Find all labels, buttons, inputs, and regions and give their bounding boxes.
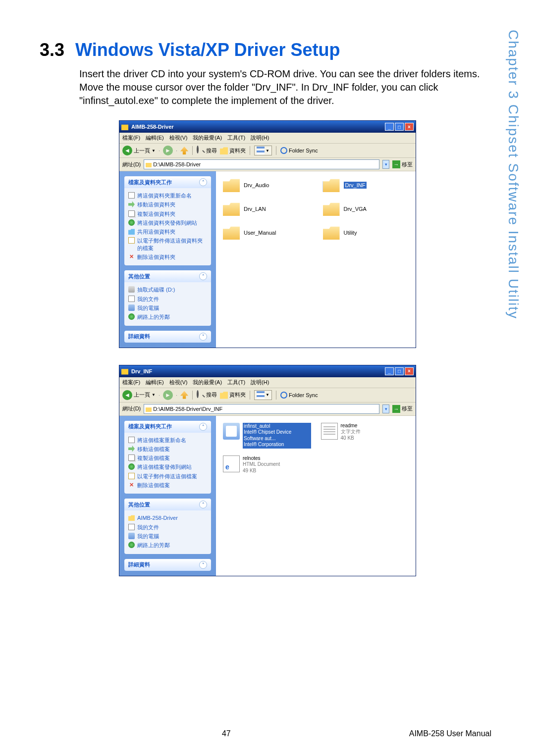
foldersync-button[interactable]: Folder Sync (280, 147, 318, 154)
place-documents[interactable]: 我的文件 (128, 295, 207, 303)
address-dropdown[interactable]: ▾ (382, 404, 389, 413)
task-move[interactable]: 移動這個檔案 (128, 445, 207, 454)
views-button[interactable]: ▼ (254, 390, 272, 400)
back-button[interactable]: ◄上一頁 ▼ (122, 146, 156, 155)
menu-view[interactable]: 檢視(V) (169, 379, 188, 386)
details-panel: 詳細資料˅ (124, 559, 211, 571)
folder-item[interactable]: Drv_INF (323, 178, 409, 192)
close-button[interactable]: × (405, 367, 414, 375)
address-dropdown[interactable]: ▾ (382, 160, 389, 169)
go-button[interactable]: →移至 (392, 160, 413, 168)
task-delete[interactable]: ✕刪除這個檔案 (128, 481, 207, 490)
task-copy[interactable]: 複製這個檔案 (128, 454, 207, 462)
panel-header-tasks[interactable]: 檔案及資料夾工作˄ (124, 176, 211, 188)
menu-view[interactable]: 檢視(V) (169, 134, 188, 142)
tasks-sidepane: 檔案及資料夾工作˄ 將這個檔案重新命名 移動這個檔案 複製這個檔案 將這個檔案發… (119, 416, 216, 576)
folder-icon (223, 226, 240, 240)
menu-tools[interactable]: 工具(T) (227, 134, 245, 142)
explorer-window-drvinf: Drv_INF _ □ × 檔案(F) 編輯(E) 檢視(V) 我的最愛(A) … (119, 365, 416, 576)
expand-icon[interactable]: ˅ (199, 333, 207, 341)
folder-content-pane[interactable]: infinst_autolIntel® Chipset Device Softw… (216, 416, 416, 576)
forward-button[interactable]: ► (163, 146, 173, 155)
folder-item[interactable]: Drv_VGA (323, 202, 409, 216)
expand-icon[interactable]: ˅ (199, 561, 207, 569)
menu-file[interactable]: 檔案(F) (122, 134, 140, 142)
foldersync-button[interactable]: Folder Sync (280, 392, 318, 399)
go-button[interactable]: →移至 (392, 405, 413, 413)
explorer-window-driver: AIMB-258-Driver _ □ × 檔案(F) 編輯(E) 檢視(V) … (119, 120, 416, 348)
menu-file[interactable]: 檔案(F) (122, 379, 140, 386)
search-button[interactable]: 搜尋 (197, 391, 217, 399)
panel-header-details[interactable]: 詳細資料˅ (124, 559, 211, 571)
minimize-button[interactable]: _ (385, 367, 394, 375)
task-publish[interactable]: 將這個資料夾發佈到網站 (128, 218, 207, 227)
folder-content-pane[interactable]: Drv_AudioDrv_INFDrv_LANDrv_VGAUser_Manua… (216, 171, 416, 348)
tasks-sidepane: 檔案及資料夾工作˄ 將這個資料夾重新命名 移動這個資料夾 複製這個資料夾 將這個… (119, 171, 216, 348)
folder-label: Drv_Audio (244, 182, 269, 188)
file-item[interactable]: readme文字文件40 KB (321, 423, 409, 449)
menubar: 檔案(F) 編輯(E) 檢視(V) 我的最愛(A) 工具(T) 說明(H) (119, 377, 416, 388)
menu-help[interactable]: 說明(H) (251, 379, 269, 386)
place-parent[interactable]: AIMB-258-Driver (128, 513, 207, 522)
menu-favorites[interactable]: 我的最愛(A) (193, 379, 222, 386)
up-button[interactable] (180, 147, 188, 154)
close-button[interactable]: × (405, 123, 414, 131)
place-network[interactable]: 網路上的芳鄰 (128, 541, 207, 550)
place-network[interactable]: 網路上的芳鄰 (128, 312, 207, 321)
place-drive[interactable]: 抽取式磁碟 (D:) (128, 285, 207, 294)
views-button[interactable]: ▼ (254, 146, 272, 155)
place-documents[interactable]: 我的文件 (128, 523, 207, 532)
collapse-icon[interactable]: ˄ (199, 272, 207, 280)
task-delete[interactable]: ✕刪除這個資料夾 (128, 252, 207, 261)
task-rename[interactable]: 將這個檔案重新命名 (128, 436, 207, 445)
menu-help[interactable]: 說明(H) (251, 134, 269, 142)
menu-edit[interactable]: 編輯(E) (146, 134, 164, 142)
folder-item[interactable]: Drv_LAN (223, 202, 309, 216)
search-button[interactable]: 搜尋 (197, 147, 217, 154)
collapse-icon[interactable]: ˄ (199, 501, 207, 508)
folders-button[interactable]: 資料夾 (220, 147, 246, 154)
menu-favorites[interactable]: 我的最愛(A) (193, 134, 222, 142)
collapse-icon[interactable]: ˄ (199, 178, 207, 186)
titlebar[interactable]: Drv_INF _ □ × (119, 365, 416, 377)
task-move[interactable]: 移動這個資料夾 (128, 200, 207, 209)
menu-edit[interactable]: 編輯(E) (146, 379, 164, 386)
address-input[interactable] (144, 159, 379, 169)
menu-tools[interactable]: 工具(T) (227, 379, 245, 386)
details-panel: 詳細資料˅ (124, 331, 211, 343)
up-button[interactable] (180, 391, 188, 399)
address-label: 網址(D) (122, 405, 141, 412)
task-email[interactable]: 以電子郵件傳送這個檔案 (128, 472, 207, 481)
collapse-icon[interactable]: ˄ (199, 423, 207, 431)
titlebar[interactable]: AIMB-258-Driver _ □ × (119, 121, 416, 133)
place-computer[interactable]: 我的電腦 (128, 303, 207, 312)
panel-header-tasks[interactable]: 檔案及資料夾工作˄ (124, 421, 211, 433)
maximize-button[interactable]: □ (395, 367, 404, 375)
file-item[interactable]: infinst_autolIntel® Chipset Device Softw… (223, 423, 311, 449)
task-email[interactable]: 以電子郵件傳送這個資料夾的檔案 (128, 236, 207, 252)
forward-button[interactable]: ► (163, 390, 173, 400)
page-number: 47 (44, 729, 409, 738)
section-title: Windows Vista/XP Driver Setup (75, 40, 340, 60)
folder-icon (223, 202, 240, 216)
task-rename[interactable]: 將這個資料夾重新命名 (128, 191, 207, 200)
window-title: AIMB-258-Driver (131, 124, 385, 130)
folders-button[interactable]: 資料夾 (220, 391, 246, 399)
panel-header-details[interactable]: 詳細資料˅ (124, 331, 211, 343)
place-computer[interactable]: 我的電腦 (128, 532, 207, 541)
folder-icon (121, 368, 128, 375)
file-item[interactable]: relnotesHTML Document49 KB (223, 455, 311, 474)
maximize-button[interactable]: □ (395, 123, 404, 131)
task-publish[interactable]: 將這個檔案發佈到網站 (128, 462, 207, 471)
folder-icon (323, 202, 340, 216)
panel-header-other[interactable]: 其他位置˄ (124, 499, 211, 510)
task-share[interactable]: 共用這個資料夾 (128, 227, 207, 236)
task-copy[interactable]: 複製這個資料夾 (128, 209, 207, 218)
folder-item[interactable]: Drv_Audio (223, 178, 309, 192)
back-button[interactable]: ◄上一頁 ▼ (122, 390, 156, 400)
minimize-button[interactable]: _ (385, 123, 394, 131)
folder-item[interactable]: User_Manual (223, 226, 309, 240)
address-input[interactable] (144, 404, 379, 414)
folder-item[interactable]: Utility (323, 226, 409, 240)
panel-header-other[interactable]: 其他位置˄ (124, 270, 211, 282)
